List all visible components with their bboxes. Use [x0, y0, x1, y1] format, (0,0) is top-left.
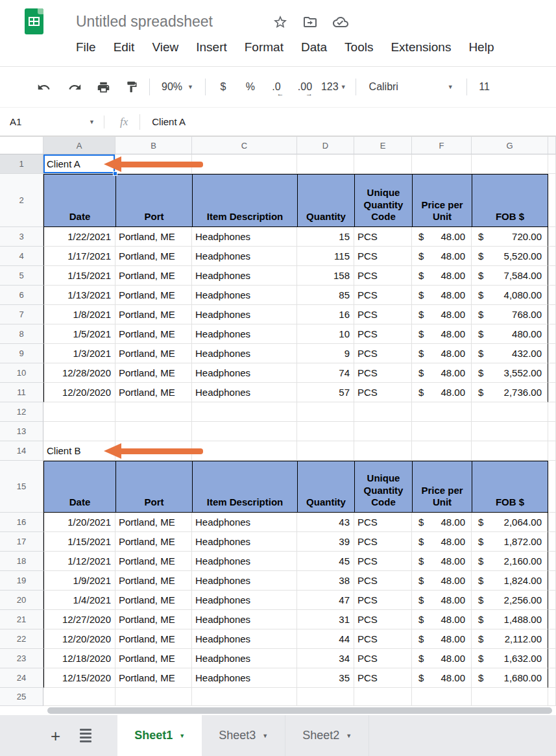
- cell-D6[interactable]: 85: [297, 286, 354, 305]
- cell-C8[interactable]: Headphones: [192, 324, 297, 344]
- cell-E9[interactable]: PCS: [354, 344, 412, 363]
- cell-F15[interactable]: Price per Unit: [412, 461, 472, 513]
- cell-B5[interactable]: Portland, ME: [115, 266, 192, 286]
- cell-E21[interactable]: PCS: [354, 610, 412, 629]
- cell-B18[interactable]: Portland, ME: [115, 552, 192, 571]
- row-header-12[interactable]: 12: [0, 402, 43, 422]
- cell-G6[interactable]: $4,080.00: [472, 286, 548, 305]
- cell-G21[interactable]: $1,488.00: [472, 610, 548, 629]
- cell-partial-18[interactable]: [548, 552, 556, 571]
- cell-B7[interactable]: Portland, ME: [115, 305, 192, 324]
- cell-B3[interactable]: Portland, ME: [115, 227, 192, 247]
- cell-C11[interactable]: Headphones: [192, 383, 297, 402]
- menu-item-view[interactable]: View: [152, 40, 178, 55]
- menu-item-tools[interactable]: Tools: [344, 40, 373, 55]
- cell-C22[interactable]: Headphones: [192, 629, 297, 649]
- row-header-15[interactable]: 15: [0, 461, 43, 513]
- cell-partial-1[interactable]: [548, 154, 556, 174]
- cell-G25[interactable]: [472, 688, 548, 706]
- cell-B22[interactable]: Portland, ME: [115, 629, 192, 649]
- cell-G19[interactable]: $1,824.00: [472, 571, 548, 591]
- cell-C21[interactable]: Headphones: [192, 610, 297, 629]
- font-family-select[interactable]: Calibri ▼: [363, 81, 460, 93]
- cell-E20[interactable]: PCS: [354, 591, 412, 610]
- cell-G20[interactable]: $2,256.00: [472, 591, 548, 610]
- tab-sheet2[interactable]: Sheet2▼: [285, 715, 369, 756]
- cell-D3[interactable]: 15: [297, 227, 354, 247]
- column-header-f[interactable]: F: [412, 136, 472, 154]
- cell-partial-24[interactable]: [548, 668, 556, 688]
- cell-G2[interactable]: FOB $: [472, 174, 548, 227]
- cell-C18[interactable]: Headphones: [192, 552, 297, 571]
- menu-item-edit[interactable]: Edit: [114, 40, 135, 55]
- cell-A23[interactable]: 12/18/2020: [43, 649, 115, 668]
- row-header-11[interactable]: 11: [0, 383, 43, 402]
- cell-A3[interactable]: 1/22/2021: [43, 227, 115, 247]
- cell-E3[interactable]: PCS: [354, 227, 412, 247]
- cell-A22[interactable]: 12/20/2020: [43, 629, 115, 649]
- cell-D25[interactable]: [297, 688, 354, 706]
- cell-G4[interactable]: $5,520.00: [472, 247, 548, 266]
- cell-D15[interactable]: Quantity: [297, 461, 354, 513]
- row-header-6[interactable]: 6: [0, 286, 43, 305]
- cell-A25[interactable]: [43, 688, 115, 706]
- cell-G22[interactable]: $2,112.00: [472, 629, 548, 649]
- column-header-e[interactable]: E: [354, 136, 412, 154]
- row-header-4[interactable]: 4: [0, 247, 43, 266]
- cell-A11[interactable]: 12/20/2020: [43, 383, 115, 402]
- cell-E7[interactable]: PCS: [354, 305, 412, 324]
- cell-C10[interactable]: Headphones: [192, 363, 297, 383]
- cell-C13[interactable]: [192, 422, 297, 441]
- cell-E13[interactable]: [354, 422, 412, 441]
- cell-F12[interactable]: [412, 402, 472, 422]
- cell-A5[interactable]: 1/15/2021: [43, 266, 115, 286]
- cell-D12[interactable]: [297, 402, 354, 422]
- cell-F1[interactable]: [412, 154, 472, 174]
- cell-E23[interactable]: PCS: [354, 649, 412, 668]
- cell-B9[interactable]: Portland, ME: [115, 344, 192, 363]
- cell-D14[interactable]: [297, 441, 354, 461]
- cell-G5[interactable]: $7,584.00: [472, 266, 548, 286]
- cell-F9[interactable]: $48.00: [412, 344, 472, 363]
- cell-F14[interactable]: [412, 441, 472, 461]
- cell-E19[interactable]: PCS: [354, 571, 412, 591]
- row-header-10[interactable]: 10: [0, 363, 43, 383]
- menu-item-data[interactable]: Data: [301, 40, 327, 55]
- row-header-8[interactable]: 8: [0, 324, 43, 344]
- cell-B2[interactable]: Port: [115, 174, 192, 227]
- cell-B25[interactable]: [115, 688, 192, 706]
- column-header-partial[interactable]: [548, 136, 556, 154]
- cell-G3[interactable]: $720.00: [472, 227, 548, 247]
- cell-G23[interactable]: $1,632.00: [472, 649, 548, 668]
- cell-G24[interactable]: $1,680.00: [472, 668, 548, 688]
- cell-B1[interactable]: [115, 154, 192, 174]
- cell-partial-10[interactable]: [548, 363, 556, 383]
- cell-F17[interactable]: $48.00: [412, 532, 472, 552]
- cell-C15[interactable]: Item Description: [192, 461, 297, 513]
- cell-partial-22[interactable]: [548, 629, 556, 649]
- cell-G7[interactable]: $768.00: [472, 305, 548, 324]
- cell-E22[interactable]: PCS: [354, 629, 412, 649]
- cell-partial-14[interactable]: [548, 441, 556, 461]
- cell-A2[interactable]: Date: [43, 174, 115, 227]
- cell-A4[interactable]: 1/17/2021: [43, 247, 115, 266]
- cell-B8[interactable]: Portland, ME: [115, 324, 192, 344]
- cell-G12[interactable]: [472, 402, 548, 422]
- row-header-5[interactable]: 5: [0, 266, 43, 286]
- cell-D20[interactable]: 47: [297, 591, 354, 610]
- cell-F22[interactable]: $48.00: [412, 629, 472, 649]
- document-title[interactable]: Untitled spreadsheet: [76, 13, 213, 30]
- row-header-23[interactable]: 23: [0, 649, 43, 668]
- row-header-22[interactable]: 22: [0, 629, 43, 649]
- row-header-9[interactable]: 9: [0, 344, 43, 363]
- cell-E17[interactable]: PCS: [354, 532, 412, 552]
- row-header-21[interactable]: 21: [0, 610, 43, 629]
- decrease-decimal-button[interactable]: .0←: [265, 76, 287, 98]
- name-box[interactable]: A1 ▼: [0, 116, 104, 127]
- cell-E2[interactable]: Unique Quantity Code: [354, 174, 412, 227]
- cell-C2[interactable]: Item Description: [192, 174, 297, 227]
- column-header-d[interactable]: D: [297, 136, 354, 154]
- column-header-c[interactable]: C: [192, 136, 297, 154]
- cell-D18[interactable]: 45: [297, 552, 354, 571]
- cell-B20[interactable]: Portland, ME: [115, 591, 192, 610]
